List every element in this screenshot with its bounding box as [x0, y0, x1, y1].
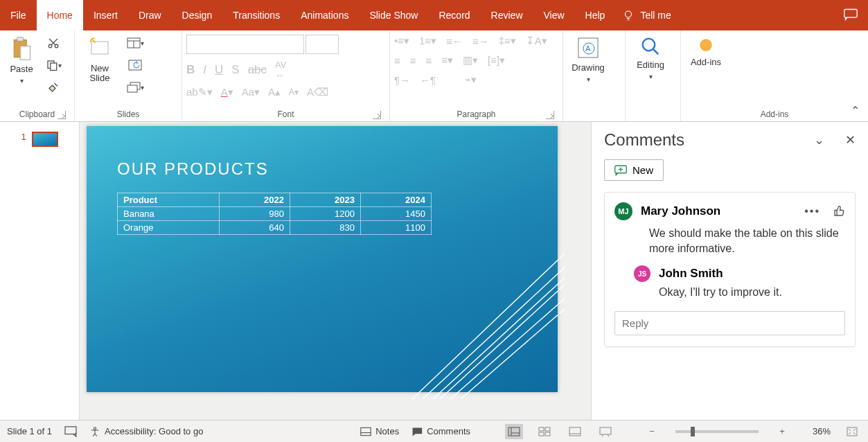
underline-button[interactable]: U [215, 63, 223, 77]
tab-home[interactable]: Home [37, 0, 83, 30]
comments-toggle-icon[interactable] [844, 8, 858, 21]
align-left-button[interactable]: ≡ [394, 55, 400, 67]
collapse-ribbon-icon[interactable]: ⌃ [851, 104, 860, 117]
font-size-select[interactable] [305, 35, 339, 54]
tab-view[interactable]: View [533, 0, 575, 30]
chevron-down-icon: ▾ [20, 77, 24, 85]
chevron-down-icon[interactable]: ⌄ [814, 132, 824, 148]
numbering-button[interactable]: 1≡▾ [419, 35, 436, 47]
dialog-launcher-icon[interactable] [546, 111, 554, 119]
layout-button[interactable]: ▾ [125, 33, 145, 53]
new-slide-button[interactable]: New Slide [79, 33, 121, 106]
reading-view-button[interactable] [566, 424, 584, 439]
new-comment-label: New [632, 164, 653, 176]
align-center-button[interactable]: ≡ [410, 55, 416, 67]
tab-draw[interactable]: Draw [128, 0, 172, 30]
tab-file[interactable]: File [0, 0, 37, 30]
tab-review[interactable]: Review [481, 0, 533, 30]
bullets-button[interactable]: •≡▾ [394, 35, 409, 47]
indent-dec-button[interactable]: ≡← [446, 35, 463, 47]
align-text-button[interactable]: [≡]▾ [488, 54, 505, 67]
zoom-slider-thumb[interactable] [691, 427, 695, 436]
slide-title[interactable]: OUR PRODUCTS [117, 159, 269, 179]
editing-button[interactable]: Editing▾ [630, 33, 671, 106]
smartart-button[interactable]: ⌁▾ [465, 73, 477, 86]
dialog-launcher-icon[interactable] [373, 111, 381, 119]
bold-button[interactable]: B [186, 63, 195, 77]
italic-button[interactable]: I [203, 63, 206, 77]
drawing-button[interactable]: A Drawing▾ [567, 33, 609, 106]
format-painter-button[interactable] [43, 78, 64, 97]
more-icon[interactable]: ••• [804, 205, 820, 218]
addins-button[interactable]: Add-ins [685, 33, 727, 106]
tab-transitions[interactable]: Transitions [222, 0, 290, 30]
comments-button[interactable]: Comments [411, 426, 470, 436]
columns-button[interactable]: ▥▾ [463, 54, 478, 67]
slide-table[interactable]: Product 2022 2023 2024 Banana 980 1200 1… [117, 193, 432, 235]
cell: 640 [219, 221, 290, 235]
tell-me[interactable]: Tell me [622, 0, 671, 30]
dialog-launcher-icon[interactable] [57, 111, 66, 119]
line-spacing-button[interactable]: ‡≡▾ [499, 35, 516, 47]
thumbs-up-icon[interactable] [833, 205, 845, 218]
comments-icon [411, 427, 423, 436]
group-clipboard: Paste ▾ ▾ Clipboard [0, 30, 75, 121]
slide-canvas[interactable]: OUR PRODUCTS Product 2022 2023 2024 Bana… [80, 122, 591, 420]
change-case-button[interactable]: Aa▾ [242, 86, 260, 98]
slide-1[interactable]: OUR PRODUCTS Product 2022 2023 2024 Bana… [87, 126, 558, 392]
zoom-slider[interactable] [675, 430, 759, 433]
reply-input[interactable]: Reply [614, 311, 845, 335]
comment-text: We should make the table on this slide m… [649, 226, 845, 256]
group-editing: Editing▾ [626, 30, 681, 121]
new-comment-button[interactable]: New [604, 159, 664, 181]
addins-icon [697, 36, 715, 54]
align-right-button[interactable]: ≡ [426, 55, 432, 67]
slideshow-view-button[interactable] [596, 424, 614, 439]
reset-button[interactable] [125, 55, 145, 75]
normal-view-button[interactable] [505, 424, 523, 439]
strike-button[interactable]: abc [248, 63, 267, 77]
tab-help[interactable]: Help [575, 0, 616, 30]
svg-point-19 [643, 39, 655, 51]
char-spacing-button[interactable]: AV↔ [275, 60, 286, 80]
highlight-button[interactable]: ab✎▾ [186, 86, 213, 98]
svg-rect-35 [508, 427, 520, 436]
tab-slideshow[interactable]: Slide Show [359, 0, 428, 30]
cut-button[interactable] [43, 33, 64, 53]
accessibility-status[interactable]: Accessibility: Good to go [89, 426, 203, 437]
ltr-button[interactable]: ¶→ [394, 74, 410, 86]
copy-icon [46, 59, 58, 71]
indent-inc-button[interactable]: ≡→ [472, 35, 489, 47]
text-direction-button[interactable]: ↧A▾ [526, 35, 547, 47]
reply-text: Okay, I'll try to improve it. [659, 286, 845, 299]
section-button[interactable]: ▾ [125, 78, 145, 97]
close-icon[interactable]: ✕ [845, 132, 856, 148]
font-color-button[interactable]: A▾ [221, 86, 233, 98]
thumbnail-1[interactable]: 1 [21, 132, 57, 147]
tab-insert[interactable]: Insert [83, 0, 128, 30]
shrink-font-button[interactable]: A▾ [289, 87, 299, 97]
zoom-in-button[interactable]: + [777, 426, 788, 436]
clear-format-button[interactable]: A⌫ [307, 86, 328, 98]
copy-button[interactable]: ▾ [43, 55, 64, 75]
shapes-icon: A [576, 36, 600, 60]
table-header-row: Product 2022 2023 2024 [118, 193, 432, 207]
zoom-level[interactable]: 36% [800, 426, 831, 436]
sorter-view-button[interactable] [535, 424, 553, 439]
thumbnail-number: 1 [21, 132, 26, 142]
tab-animations[interactable]: Animations [290, 0, 359, 30]
paste-button[interactable]: Paste ▾ [4, 33, 39, 106]
zoom-out-button[interactable]: − [646, 426, 657, 436]
font-family-select[interactable] [186, 35, 304, 54]
normal-view-icon [508, 427, 520, 436]
rtl-button[interactable]: ←¶ [420, 74, 436, 86]
tab-record[interactable]: Record [428, 0, 480, 30]
justify-button[interactable]: ≡▾ [441, 54, 453, 67]
group-paragraph: •≡▾ 1≡▾ ≡← ≡→ ‡≡▾ ↧A▾ ≡ ≡ ≡ ≡▾ ▥▾ [≡]▾ ¶… [390, 30, 563, 121]
shadow-button[interactable]: S [231, 63, 239, 77]
tab-design[interactable]: Design [172, 0, 223, 30]
fit-window-button[interactable] [843, 424, 861, 439]
notes-button[interactable]: Notes [360, 426, 399, 436]
grow-font-button[interactable]: A▴ [268, 86, 281, 98]
notes-status-icon[interactable] [64, 426, 77, 437]
